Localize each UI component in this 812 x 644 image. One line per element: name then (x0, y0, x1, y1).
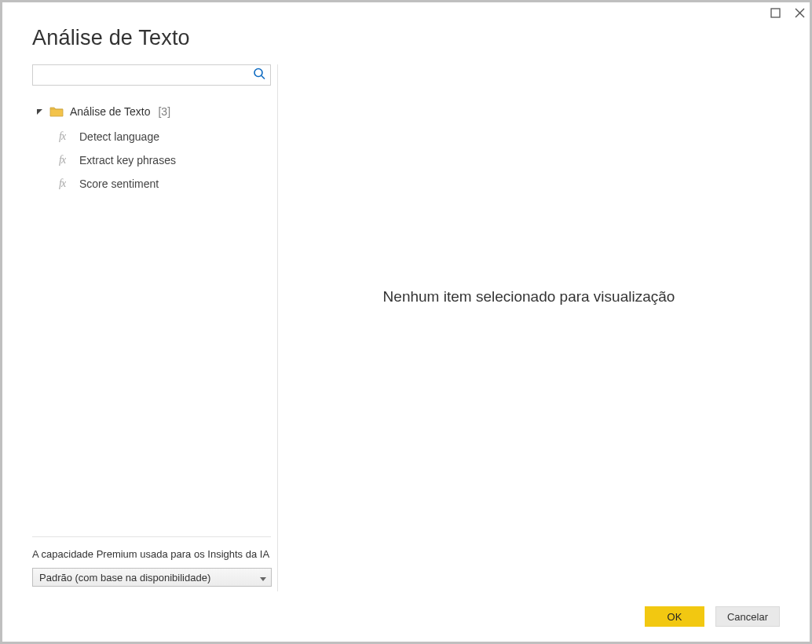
fx-icon: fx (59, 130, 71, 143)
fx-icon: fx (59, 154, 71, 166)
svg-rect-0 (771, 9, 780, 17)
fx-icon: fx (59, 177, 71, 190)
dialog-footer: OK Cancelar (2, 591, 810, 642)
tree-item-detect-language[interactable]: fx Detect language (54, 125, 271, 148)
tree-item-label: Score sentiment (79, 177, 159, 190)
chevron-down-icon (260, 572, 266, 584)
empty-preview-message: Nenhum item selecionado para visualizaçã… (383, 288, 675, 306)
tree-item-score-sentiment[interactable]: fx Score sentiment (54, 172, 271, 196)
svg-point-3 (254, 68, 262, 76)
tree-children: fx Detect language fx Extract key phrase… (54, 125, 271, 196)
tree-parent-text-analytics[interactable]: Análise de Texto [3] (32, 100, 271, 123)
chevron-down-icon (35, 108, 43, 115)
cancel-button[interactable]: Cancelar (715, 606, 780, 627)
search-wrap (32, 64, 271, 86)
tree-parent-label: Análise de Texto (70, 105, 150, 118)
folder-icon (49, 106, 64, 117)
search-icon[interactable] (253, 67, 266, 83)
capacity-label: A capacidade Premium usada para os Insig… (32, 548, 271, 560)
svg-marker-5 (37, 109, 42, 115)
maximize-button[interactable] (770, 8, 781, 18)
close-icon (795, 8, 805, 18)
svg-line-4 (262, 75, 265, 79)
ok-button[interactable]: OK (645, 606, 704, 627)
maximize-icon (770, 8, 781, 18)
svg-marker-6 (260, 577, 266, 581)
left-pane: Análise de Texto [3] fx Detect language … (32, 64, 278, 591)
tree-item-label: Detect language (79, 130, 159, 143)
capacity-selected-value: Padrão (com base na disponibilidade) (39, 572, 210, 584)
capacity-section: A capacidade Premium usada para os Insig… (32, 536, 271, 591)
titlebar (2, 2, 810, 23)
tree-item-extract-key-phrases[interactable]: fx Extract key phrases (54, 148, 271, 172)
dialog-body: Análise de Texto [3] fx Detect language … (2, 64, 810, 591)
preview-pane: Nenhum item selecionado para visualizaçã… (278, 64, 780, 591)
capacity-select[interactable]: Padrão (com base na disponibilidade) (32, 568, 272, 587)
tree-parent-count: [3] (158, 105, 170, 118)
function-tree: Análise de Texto [3] fx Detect language … (32, 100, 271, 536)
tree-item-label: Extract key phrases (79, 154, 176, 166)
search-input[interactable] (32, 64, 271, 86)
dialog-title: Análise de Texto (32, 26, 810, 50)
close-button[interactable] (795, 8, 805, 18)
dialog-window: Análise de Texto (2, 2, 810, 642)
